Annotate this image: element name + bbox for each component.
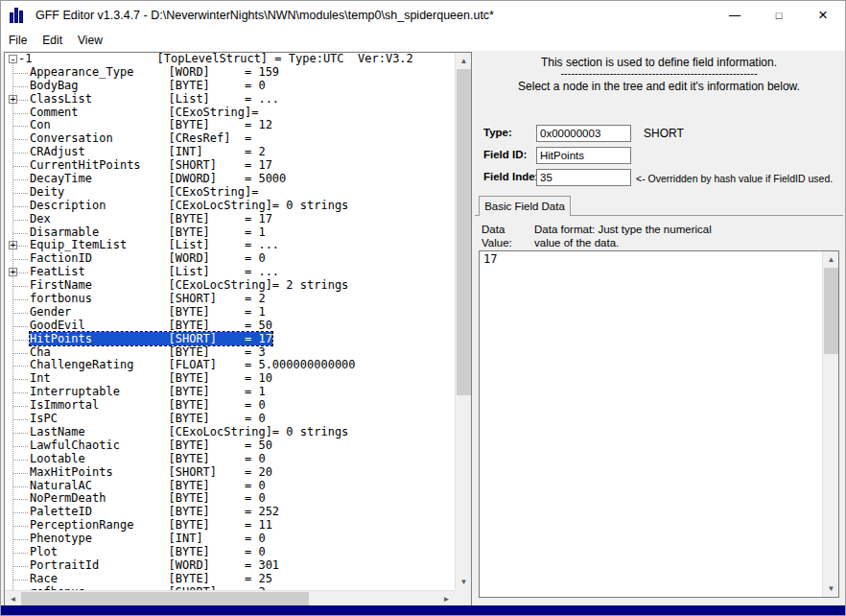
tree-row[interactable]: PortraitId [WORD] = 301: [5, 559, 455, 573]
tree-row-text: FeatList [List] = ...: [30, 265, 279, 278]
tree-row[interactable]: NoPermDeath [BYTE] = 0: [5, 492, 455, 506]
main-area: - -1 [TopLevelStruct] = Type:UTC Ver:V3.…: [1, 51, 845, 605]
tree-row[interactable]: Disarmable [BYTE] = 1: [5, 226, 455, 240]
tree-row[interactable]: NaturalAC [BYTE] = 0: [5, 480, 455, 493]
tree-row-text: Plot [BYTE] = 0: [30, 545, 266, 558]
data-format-hint: Data format: Just type the numerical val…: [534, 223, 740, 249]
tab-basic-field-data[interactable]: Basic Field Data: [479, 196, 571, 216]
window-title: GFF Editor v1.3.4.7 - D:\NeverwinterNigh…: [35, 9, 494, 22]
tree-row[interactable]: FactionID [WORD] = 0: [5, 252, 455, 266]
tree-row-text: IsImmortal [BYTE] = 0: [30, 398, 266, 412]
tree-row[interactable]: FirstName [CExoLocString]= 2 strings: [5, 279, 455, 293]
tree-row[interactable]: MaxHitPoints [SHORT] = 20: [5, 466, 455, 480]
bottom-strip: [1, 605, 845, 615]
tree-row[interactable]: - -1 [TopLevelStruct] = Type:UTC Ver:V3.…: [5, 53, 455, 66]
tree-row-text: DecayTime [DWORD] = 5000: [30, 172, 286, 185]
maximize-icon: □: [776, 10, 783, 21]
menu-file[interactable]: File: [1, 30, 35, 51]
tree-row[interactable]: Cha [BYTE] = 3: [5, 346, 455, 360]
tree-row-text: Deity [CExoString]=: [30, 185, 258, 199]
expand-toggle-icon[interactable]: -: [9, 55, 17, 63]
tree-row-text: FactionID [WORD] = 0: [30, 251, 266, 265]
tree-row[interactable]: GoodEvil [BYTE] = 50: [5, 320, 455, 333]
field-index-note: <- Overridden by hash value if FieldID u…: [636, 173, 833, 184]
tree-row[interactable]: DecayTime [DWORD] = 5000: [5, 173, 455, 186]
minimize-button[interactable]: —: [713, 1, 757, 30]
tree-row[interactable]: BodyBag [BYTE] = 0: [5, 80, 455, 93]
scroll-down-icon[interactable]: ▼: [823, 580, 839, 597]
tree-row-text: -1 [TopLevelStruct] = Type:UTC Ver:V3.2: [18, 53, 413, 65]
tree-row-text: Description [CExoLocString]= 0 strings: [30, 199, 348, 212]
tree-row[interactable]: Int [BYTE] = 10: [5, 372, 455, 386]
tree-row[interactable]: CRAdjust [INT] = 2: [5, 146, 455, 159]
close-button[interactable]: ×: [801, 1, 845, 30]
tree-row-text: PortraitId [WORD] = 301: [30, 558, 279, 572]
type-label: Type:: [483, 127, 512, 138]
tree-row-text: FirstName [CExoLocString]= 2 strings: [30, 278, 348, 292]
type-input[interactable]: [536, 125, 631, 142]
app-icon[interactable]: [10, 8, 27, 23]
tree-row-text: Race [BYTE] = 25: [30, 572, 272, 585]
maximize-button[interactable]: □: [757, 1, 801, 30]
tree-row-text: Comment [CExoString]=: [30, 106, 258, 119]
tree-row[interactable]: + FeatList [List] = ...: [5, 266, 455, 279]
tree-row-text: NoPermDeath [BYTE] = 0: [30, 491, 266, 505]
tree-row[interactable]: ChallengeRating [FLOAT] = 5.000000000000: [5, 359, 455, 372]
menu-bar: File Edit View: [1, 30, 845, 51]
horizontal-scroll-thumb[interactable]: [21, 592, 309, 606]
field-info-panel: This section is used to define field inf…: [475, 51, 843, 605]
expand-toggle-icon[interactable]: +: [9, 95, 17, 104]
scroll-up-icon[interactable]: ▲: [456, 53, 472, 69]
tree-row[interactable]: Interruptable [BYTE] = 1: [5, 386, 455, 399]
data-value-editor[interactable]: 17 ▲ ▼: [479, 250, 839, 598]
tree-row[interactable]: HitPoints [SHORT] = 17: [5, 333, 455, 346]
tree-vertical-scrollbar[interactable]: ▲ ▼: [455, 53, 471, 590]
tree-row[interactable]: Description [CExoLocString]= 0 strings: [5, 200, 455, 213]
field-id-input[interactable]: [536, 147, 631, 164]
tree-row[interactable]: Gender [BYTE] = 1: [5, 306, 455, 320]
scrollbar-corner: [455, 590, 471, 606]
tree-row[interactable]: Dex [BYTE] = 17: [5, 213, 455, 226]
tree-row[interactable]: Appearance_Type [WORD] = 159: [5, 66, 455, 80]
menu-edit[interactable]: Edit: [35, 30, 70, 51]
expand-toggle-icon[interactable]: +: [9, 241, 17, 249]
tree-row-text: CurrentHitPoints [SHORT] = 17: [30, 158, 272, 172]
expand-toggle-icon[interactable]: +: [9, 268, 17, 276]
field-tree[interactable]: - -1 [TopLevelStruct] = Type:UTC Ver:V3.…: [5, 53, 455, 590]
tree-row[interactable]: IsImmortal [BYTE] = 0: [5, 399, 455, 413]
editor-vertical-scrollbar[interactable]: ▲ ▼: [822, 251, 838, 597]
tree-row-text: Interruptable [BYTE] = 1: [30, 385, 266, 398]
menu-view[interactable]: View: [70, 30, 110, 51]
tree-row-text: PaletteID [BYTE] = 252: [30, 505, 279, 518]
tree-row-text: NaturalAC [BYTE] = 0: [30, 479, 266, 492]
field-index-input[interactable]: [536, 169, 631, 186]
tree-row[interactable]: CurrentHitPoints [SHORT] = 17: [5, 159, 455, 173]
tree-row-text: Equip_ItemList [List] = ...: [30, 238, 279, 251]
tree-row[interactable]: Lootable [BYTE] = 0: [5, 453, 455, 466]
tree-row[interactable]: fortbonus [SHORT] = 2: [5, 293, 455, 306]
scroll-down-icon[interactable]: ▼: [456, 574, 472, 590]
tree-row[interactable]: + ClassList [List] = ...: [5, 93, 455, 107]
scroll-up-icon[interactable]: ▲: [823, 251, 839, 268]
tree-row[interactable]: Phenotype [INT] = 0: [5, 533, 455, 546]
tree-row[interactable]: PerceptionRange [BYTE] = 11: [5, 519, 455, 533]
tree-row-text: IsPC [BYTE] = 0: [30, 412, 266, 425]
tree-row-text: Cha [BYTE] = 3: [30, 345, 266, 359]
tree-row-text: Lootable [BYTE] = 0: [30, 452, 266, 465]
tree-row[interactable]: LawfulChaotic [BYTE] = 50: [5, 439, 455, 453]
tree-row[interactable]: Conversation [CResRef] =: [5, 132, 455, 146]
tree-row[interactable]: Race [BYTE] = 25: [5, 573, 455, 586]
tree-row[interactable]: Deity [CExoString]=: [5, 186, 455, 200]
tree-row[interactable]: Comment [CExoString]=: [5, 107, 455, 120]
tree-horizontal-scrollbar[interactable]: ◄ ►: [5, 590, 455, 606]
tree-row[interactable]: LastName [CExoLocString]= 0 strings: [5, 426, 455, 439]
tree-row[interactable]: + Equip_ItemList [List] = ...: [5, 239, 455, 252]
vertical-scroll-thumb[interactable]: [457, 69, 471, 395]
tree-row-text: Con [BYTE] = 12: [30, 118, 272, 131]
tree-row[interactable]: Plot [BYTE] = 0: [5, 546, 455, 559]
tree-row-text: LastName [CExoLocString]= 0 strings: [30, 425, 348, 438]
editor-scroll-thumb[interactable]: [824, 268, 838, 354]
tree-row[interactable]: IsPC [BYTE] = 0: [5, 413, 455, 426]
tree-row[interactable]: Con [BYTE] = 12: [5, 119, 455, 132]
tree-row[interactable]: PaletteID [BYTE] = 252: [5, 506, 455, 519]
